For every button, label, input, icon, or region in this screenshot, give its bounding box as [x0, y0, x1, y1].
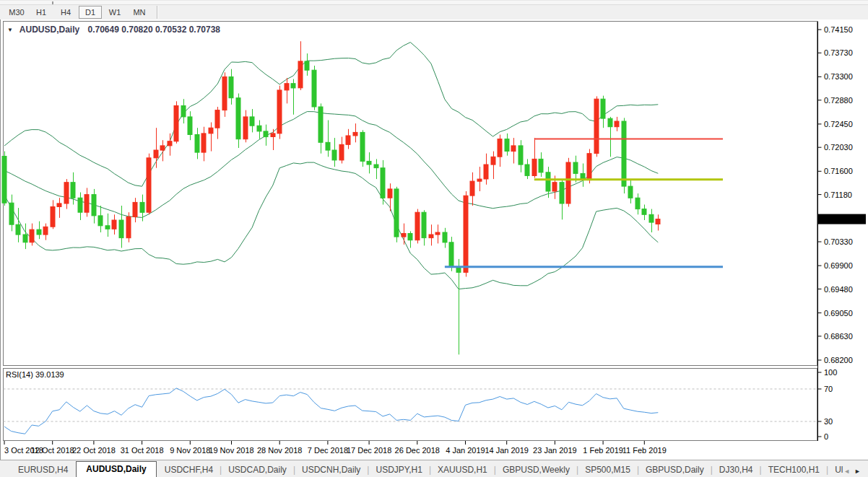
- price-tick-label: 0.72030: [824, 143, 853, 152]
- candle-body: [105, 226, 110, 229]
- tab-usdjpy-h1[interactable]: USDJPY,H1: [369, 462, 428, 477]
- candle-body: [367, 161, 371, 165]
- tab-scroll-left-icon[interactable]: ◄: [843, 468, 854, 475]
- candle-body: [435, 232, 440, 235]
- candle-body: [9, 203, 14, 224]
- date-tick-label: 23 Jan 2019: [533, 446, 577, 455]
- candle-body: [188, 117, 192, 135]
- date-tick-label: 14 Jan 2019: [485, 446, 529, 455]
- candle-body: [381, 168, 385, 198]
- tab-tech100-h1[interactable]: TECH100,H1: [762, 462, 826, 477]
- candle-body: [133, 202, 137, 216]
- timeframe-button-D1[interactable]: D1: [79, 6, 102, 19]
- timeframe-button-H4[interactable]: H4: [54, 6, 77, 19]
- candle-body: [92, 195, 96, 216]
- candle-body: [195, 135, 199, 153]
- price-tick-label: 0.70330: [824, 237, 853, 246]
- candle-body: [642, 209, 646, 215]
- candle-body: [518, 146, 523, 165]
- candle-body: [402, 234, 406, 237]
- chart-dropdown-icon[interactable]: ▼: [7, 27, 13, 33]
- rsi-tick-label: 70: [824, 385, 833, 393]
- tab-usdcnh-daily[interactable]: USDCNH,Daily: [295, 462, 367, 477]
- candle-body: [174, 106, 178, 141]
- rsi-tick-label: 100: [824, 368, 837, 377]
- candle-body: [2, 157, 6, 204]
- candle-body: [318, 107, 323, 142]
- candle-body: [415, 212, 420, 240]
- date-tick-label: 31 Oct 2018: [121, 446, 164, 455]
- current-price-label: 0.70738: [821, 215, 850, 224]
- tab-dj30-h4[interactable]: DJ30,H4: [713, 462, 760, 477]
- candle-body: [443, 232, 447, 242]
- candle-body: [649, 214, 654, 222]
- date-tick-label: 11 Feb 2019: [622, 446, 667, 455]
- candle-body: [236, 98, 240, 139]
- candle-body: [470, 181, 474, 196]
- candle-body: [250, 117, 254, 126]
- timeframe-button-MN[interactable]: MN: [128, 6, 151, 19]
- chart-ohlc-values: 0.70649 0.70820 0.70532 0.70738: [88, 25, 221, 35]
- candle-body: [243, 117, 248, 139]
- tab-usdcad-daily[interactable]: USDCAD,Daily: [222, 462, 293, 477]
- price-tick-label: 0.69480: [824, 285, 853, 294]
- candle-body: [332, 150, 337, 160]
- candle-body: [147, 158, 151, 212]
- chart-tabs-bar: EURUSD,H4AUDUSD,DailyUSDCHF,H4|USDCAD,Da…: [0, 460, 868, 477]
- date-tick-label: 26 Dec 2018: [395, 446, 440, 455]
- tab-gbpusd-weekly[interactable]: GBPUSD,Weekly: [496, 462, 576, 477]
- candle-body: [511, 146, 516, 152]
- tab-usdchf-h4[interactable]: USDCHF,H4: [158, 462, 220, 477]
- tab-scroll-right-icon[interactable]: ►: [854, 468, 865, 475]
- candle-body: [291, 84, 295, 88]
- tab-eurusd-h4[interactable]: EURUSD,H4: [12, 462, 74, 477]
- candle-body: [539, 159, 543, 172]
- candle-body: [326, 142, 330, 150]
- candle-body: [264, 131, 268, 137]
- chart-title: ▼ AUDUSD,Daily 0.70649 0.70820 0.70532 0…: [7, 25, 220, 35]
- candle-body: [37, 229, 41, 235]
- timeframe-button-W1[interactable]: W1: [103, 6, 126, 19]
- candle-body: [484, 165, 488, 179]
- timeframe-button-M30[interactable]: M30: [5, 6, 28, 19]
- date-tick-label: 4 Jan 2019: [446, 446, 485, 455]
- candle-body: [78, 198, 82, 212]
- candle-body: [608, 118, 612, 127]
- candle-body: [312, 70, 316, 107]
- date-tick-label: 1 Feb 2019: [583, 446, 623, 455]
- candle-body: [498, 139, 502, 157]
- price-axis[interactable]: 0.741500.737300.733000.728800.724500.720…: [818, 22, 867, 442]
- candle-body: [126, 216, 131, 237]
- tab-xauusd-h1[interactable]: XAUUSD,H1: [431, 462, 494, 477]
- tab-audusd-daily[interactable]: AUDUSD,Daily: [76, 461, 156, 477]
- candle-body: [229, 76, 233, 97]
- tab-sp500-m15[interactable]: SP500,M15: [578, 462, 637, 477]
- candle-body: [201, 134, 206, 152]
- price-tick-label: 0.74150: [824, 25, 853, 34]
- timeframe-button-H1[interactable]: H1: [30, 6, 53, 19]
- candle-body: [57, 204, 61, 207]
- candle-body: [160, 146, 165, 150]
- candle-body: [656, 219, 660, 224]
- date-tick-label: 22 Oct 2018: [72, 446, 116, 455]
- price-tick-label: 0.71600: [824, 167, 853, 175]
- date-tick-label: 19 Nov 2018: [209, 446, 253, 455]
- price-tick-label: 0.73730: [824, 48, 853, 57]
- date-tick-label: 17 Dec 2018: [347, 446, 391, 455]
- chart-area[interactable]: 0.741500.737300.733000.728800.724500.720…: [0, 19, 868, 460]
- price-tick-label: 0.69050: [824, 309, 853, 318]
- tab-gbpusd-daily[interactable]: GBPUSD,Daily: [639, 462, 711, 477]
- candle-body: [374, 165, 378, 168]
- date-tick-label: 9 Nov 2018: [170, 446, 210, 455]
- price-tick-label: 0.72450: [824, 120, 853, 128]
- candle-body: [71, 183, 75, 198]
- trading-terminal-window: M30H1H4D1W1MN 0.741500.737300.733000.728…: [0, 0, 868, 477]
- rsi-name: RSI(14): [6, 370, 33, 379]
- price-tick-label: 0.73300: [824, 72, 853, 81]
- timeframe-toolbar: M30H1H4D1W1MN: [0, 1, 868, 19]
- chart-canvas[interactable]: 0.741500.737300.733000.728800.724500.720…: [1, 19, 868, 460]
- toolbar-drag-handle-icon[interactable]: [52, 1, 53, 4]
- date-axis[interactable]: 3 Oct 201812 Oct 201822 Oct 201831 Oct 2…: [4, 441, 667, 455]
- price-tick-label: 0.72880: [824, 96, 853, 105]
- price-tick-label: 0.69900: [824, 261, 853, 270]
